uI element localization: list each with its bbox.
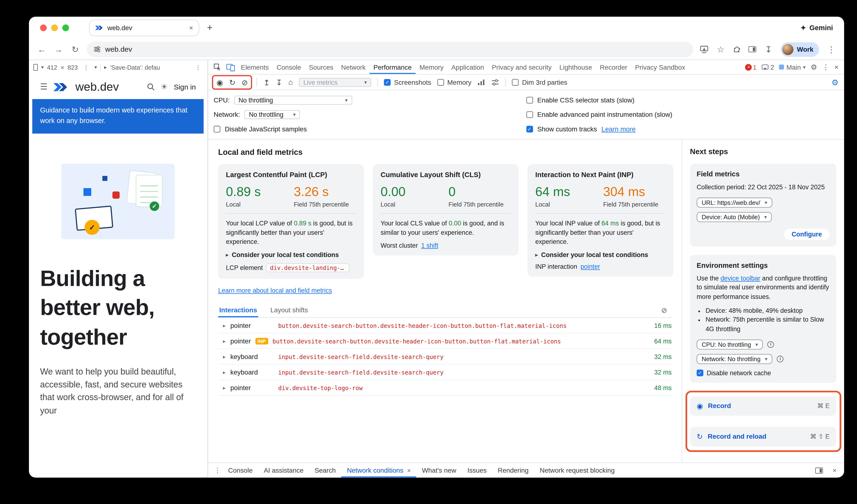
extensions-puzzle-icon[interactable] — [733, 45, 741, 53]
drawer-tab-ai-assistance[interactable]: AI assistance — [258, 463, 309, 477]
device-select-caret-icon[interactable]: ▾ — [41, 65, 44, 70]
issues-counter[interactable]: 2 — [761, 63, 774, 71]
devtools-menu-icon[interactable]: ⋮ — [822, 63, 829, 71]
device-toolbar-toggle-icon[interactable] — [224, 63, 237, 71]
browser-tab[interactable]: web.dev × — [89, 19, 199, 36]
tab-recorder[interactable]: Recorder — [596, 60, 631, 74]
dim-3rd-parties-checkbox-row[interactable]: Dim 3rd parties — [512, 78, 567, 86]
new-tab-button[interactable]: + — [207, 22, 213, 34]
expander-icon[interactable]: ▸ — [218, 369, 230, 375]
tab-performance[interactable]: Performance — [370, 60, 416, 74]
drawer-menu-icon[interactable]: ⋮ — [213, 467, 222, 474]
device-height-value[interactable]: 823 — [67, 64, 78, 71]
lcp-element-chip[interactable]: div.devsite-landing-row-ite… — [266, 263, 350, 272]
toggle-drawer-orientation-icon[interactable] — [815, 467, 823, 473]
logo-text[interactable]: web.dev — [75, 80, 119, 94]
upload-profile-icon[interactable]: ↥ — [264, 78, 270, 86]
expander-icon[interactable]: ▸ — [218, 354, 230, 359]
browser-menu-icon[interactable]: ⋮ — [826, 44, 836, 54]
close-window-button[interactable] — [40, 24, 47, 31]
tab-console[interactable]: Console — [273, 60, 305, 74]
record-icon[interactable]: ◉ — [217, 78, 223, 86]
record-and-reload-button[interactable]: ↻ Record and reload ⌘ ⇧ E — [690, 427, 836, 446]
inp-test-conditions-expander[interactable]: ▸ Consider your local test conditions — [535, 252, 665, 258]
record-and-reload-icon[interactable]: ↻ — [229, 78, 235, 86]
custom-tracks-learn-more-link[interactable]: Learn more — [602, 125, 636, 133]
site-settings-icon[interactable] — [94, 46, 101, 53]
drawer-tab-search[interactable]: Search — [309, 463, 341, 477]
downloads-icon[interactable]: ↧ — [763, 44, 773, 54]
tab-layout-shifts[interactable]: Layout shifts — [269, 303, 309, 317]
theme-toggle-icon[interactable]: ☀ — [161, 82, 167, 91]
close-icon[interactable]: × — [407, 467, 411, 474]
reload-icon[interactable]: ↻ — [70, 44, 80, 54]
clear-icon[interactable]: ⊘ — [242, 78, 248, 86]
save-data-override[interactable]: 'Save-Data': defau — [110, 64, 160, 71]
execution-context-selector[interactable]: Main ▾ — [779, 63, 806, 71]
show-custom-tracks-checkbox[interactable] — [526, 126, 533, 133]
css-selector-stats-checkbox[interactable] — [526, 97, 533, 104]
drawer-tab-whats-new[interactable]: What's new — [416, 463, 462, 477]
device-toolbar-link[interactable]: device toolbar — [720, 275, 760, 282]
drawer-tab-network-request-blocking[interactable]: Network request blocking — [534, 463, 620, 477]
sign-in-button[interactable]: Sign in — [174, 83, 196, 91]
dim-3rd-parties-checkbox[interactable] — [512, 79, 519, 85]
tab-privacy-sandbox[interactable]: Privacy Sandbox — [631, 60, 689, 74]
network-throttle-icon[interactable] — [477, 79, 485, 85]
tab-elements[interactable]: Elements — [237, 60, 273, 74]
cls-worst-cluster-link[interactable]: 1 shift — [421, 242, 438, 249]
expander-icon[interactable]: ▸ — [218, 385, 230, 390]
configure-button[interactable]: Configure — [784, 229, 829, 240]
device-toolbar-menu-icon[interactable]: ⋮ — [193, 64, 203, 71]
memory-checkbox-row[interactable]: Memory — [437, 78, 472, 86]
address-bar[interactable]: web.dev — [87, 41, 693, 57]
cpu-throttle-icon[interactable] — [491, 79, 499, 85]
expander-icon[interactable]: ▸ — [218, 338, 230, 344]
search-icon[interactable] — [147, 83, 154, 91]
inp-interaction-link[interactable]: pointer — [581, 263, 600, 270]
tab-lighthouse[interactable]: Lighthouse — [556, 60, 596, 74]
zoom-menu-icon[interactable]: ⋮ — [81, 64, 91, 71]
info-icon[interactable]: i — [768, 341, 774, 348]
tab-privacy-security[interactable]: Privacy and security — [488, 60, 555, 74]
inspect-element-icon[interactable] — [210, 63, 224, 71]
drawer-tab-console[interactable]: Console — [222, 463, 258, 477]
interaction-row[interactable]: ▸ pointer div.devsite-top-logo-row 48 ms — [218, 380, 672, 396]
drawer-tab-issues[interactable]: Issues — [462, 463, 492, 477]
cpu-throttling-select[interactable]: No throttling▾ — [234, 96, 352, 105]
hamburger-menu-icon[interactable]: ☰ — [40, 82, 47, 92]
interaction-row[interactable]: ▸ keyboard input.devsite-search-field.de… — [218, 365, 672, 380]
cue-expander-icon[interactable]: ▸ — [104, 65, 107, 70]
error-counter[interactable]: × 1 — [745, 64, 757, 70]
devtools-settings-icon[interactable]: ⚙ — [811, 63, 817, 71]
disable-js-samples-checkbox[interactable] — [214, 126, 220, 133]
download-profile-icon[interactable]: ↧ — [276, 78, 282, 86]
interaction-row[interactable]: ▸ pointer INP button.devsite-search-butt… — [218, 333, 672, 349]
interaction-row[interactable]: ▸ keyboard input.devsite-search-field.de… — [218, 349, 672, 365]
page-banner[interactable]: Guidance to build modern web experiences… — [32, 99, 204, 133]
tab-network[interactable]: Network — [337, 60, 370, 74]
minimize-window-button[interactable] — [51, 24, 58, 31]
capture-settings-gear-icon[interactable]: ⚙ — [831, 78, 839, 86]
forward-icon[interactable]: → — [53, 45, 63, 54]
tab-sources[interactable]: Sources — [305, 60, 337, 74]
devtools-close-icon[interactable]: × — [834, 63, 839, 71]
throttle-caret-icon[interactable]: ▾ — [95, 65, 97, 70]
drawer-tab-network-conditions[interactable]: Network conditions × — [341, 463, 417, 477]
side-panel-icon[interactable] — [749, 46, 757, 52]
env-cpu-select[interactable]: CPU: No throttling▾ — [697, 339, 763, 349]
info-icon[interactable]: i — [777, 355, 784, 362]
install-icon[interactable] — [700, 46, 708, 53]
clear-interactions-icon[interactable]: ⊘ — [661, 306, 672, 314]
field-url-select[interactable]: URL: https://web.dev/▾ — [697, 198, 772, 207]
tab-memory[interactable]: Memory — [416, 60, 448, 74]
bookmark-star-icon[interactable]: ☆ — [716, 44, 726, 54]
profile-chip[interactable]: Work — [781, 42, 819, 56]
paint-instrumentation-checkbox[interactable] — [526, 111, 533, 118]
device-type-icon[interactable] — [33, 64, 38, 71]
webdev-logo[interactable] — [54, 83, 68, 91]
lcp-test-conditions-expander[interactable]: ▸ Consider your local test conditions — [226, 252, 356, 258]
back-icon[interactable]: ← — [37, 45, 47, 54]
device-width-value[interactable]: 412 — [47, 64, 57, 71]
tab-application[interactable]: Application — [448, 60, 488, 74]
